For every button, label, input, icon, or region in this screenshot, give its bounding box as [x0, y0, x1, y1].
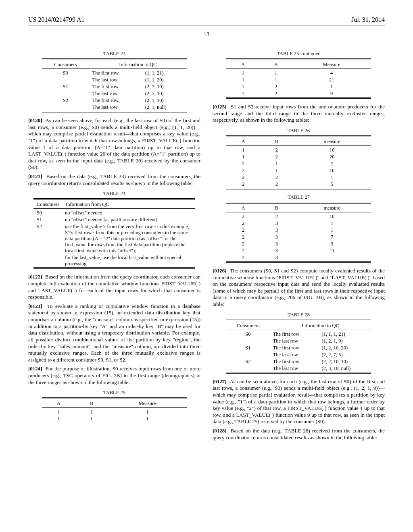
table-23-header-info: Information to QC: [89, 61, 187, 69]
table-row: S0: [226, 331, 270, 338]
table-row: S1: [42, 83, 89, 90]
table-26: A B measure 1210 1220 217 2110 221 225: [226, 135, 371, 190]
table-25a: A B Measure 111 111: [42, 397, 187, 422]
table-23-header-cons: Consumers: [42, 61, 89, 69]
table-row: [42, 90, 89, 97]
table-row: 1: [226, 77, 260, 83]
table-row: [226, 351, 270, 358]
table-row: 1: [42, 416, 75, 422]
table-row: 2: [226, 181, 260, 188]
table-25-caption: TABLE 25: [28, 390, 200, 396]
table-row: 1: [226, 154, 260, 160]
paragraph-0123: [0123] To evaluate a ranking or cumulati…: [28, 303, 200, 364]
table-25-header-b: B: [75, 400, 108, 408]
paragraph-0124: [0124] For the purpose of illustration, …: [28, 366, 200, 386]
page-header: US 2014/0214799 A1 Jul. 31, 2014: [28, 16, 385, 25]
table-25-header-m: Measure: [108, 400, 186, 408]
table-row: [42, 77, 89, 83]
publication-number: US 2014/0214799 A1: [28, 16, 85, 23]
paragraph-0127: [0127] As can be seen above, for each (e…: [213, 378, 385, 425]
table-24-header-info: Information from QC: [63, 201, 195, 209]
table-row: 2: [226, 174, 260, 181]
table-23-caption: TABLE 23: [28, 51, 200, 57]
table-row: 2: [226, 167, 260, 174]
paragraph-0125: [0125] S1 and S2 receive input rows from…: [213, 104, 385, 124]
patent-page: US 2014/0214799 A1 Jul. 31, 2014 13 TABL…: [0, 0, 413, 459]
table-row: S2: [226, 358, 270, 365]
table-27-caption: TABLE 27: [213, 194, 385, 200]
table-row: [226, 338, 270, 345]
table-row: [226, 365, 270, 372]
table-row: 1: [226, 70, 260, 77]
table-row: S1: [33, 216, 63, 223]
two-column-body: TABLE 23 Consumers Information to QC S0T…: [28, 47, 385, 443]
table-row: [33, 254, 63, 268]
publication-date: Jul. 31, 2014: [351, 16, 385, 23]
table-row: S0: [42, 70, 89, 77]
table-row: 2: [226, 234, 260, 241]
table-row: 2: [226, 254, 260, 262]
table-28: Consumers Information to QC S0The first …: [226, 320, 371, 374]
table-row: 1: [226, 90, 260, 98]
table-row: 2: [226, 213, 260, 220]
table-row: 2: [226, 247, 260, 254]
table-28-caption: TABLE 28: [213, 312, 385, 318]
table-24-header-cons: Consumers: [33, 201, 63, 209]
table-row: S2: [33, 223, 63, 254]
page-number: 13: [28, 31, 385, 38]
table-24-caption: TABLE 24: [28, 191, 200, 197]
paragraph-0120: [0120] As can be seen above, for each (e…: [28, 117, 200, 171]
table-23: Consumers Information to QC S0The first …: [42, 58, 187, 113]
table-row: 2: [226, 160, 260, 167]
paragraph-0122: [0122] Based on the information from the…: [28, 274, 200, 301]
table-27: A B measure 2210 231 231 237 239 2311 23: [226, 202, 371, 264]
left-column: TABLE 23 Consumers Information to QC S0T…: [28, 47, 200, 443]
table-row: S0: [33, 210, 63, 216]
table-row: S1: [226, 345, 270, 351]
table-row: 1: [42, 409, 75, 416]
table-24: Consumers Information from QC S0no "offs…: [33, 198, 195, 270]
table-row: [42, 104, 89, 111]
table-row: S2: [42, 97, 89, 104]
paragraph-0126: [0126] The consumers (S0, S1 and S2) com…: [213, 268, 385, 308]
table-25-header-a: A: [42, 400, 75, 408]
right-column: TABLE 25-continued A B Measure 114 1121 …: [213, 47, 385, 443]
table-25-cont-caption: TABLE 25-continued: [213, 51, 385, 57]
table-25b: A B Measure 114 1121 121 129: [226, 58, 371, 100]
paragraph-0121: [0121] Based on the data (e.g., TABLE 23…: [28, 173, 200, 187]
table-row: 2: [226, 220, 260, 227]
table-row: 2: [226, 241, 260, 247]
table-26-caption: TABLE 26: [213, 128, 385, 134]
table-row: 1: [226, 147, 260, 154]
table-row: 1: [226, 83, 260, 90]
paragraph-0128: [0128] Based on the data (e.g., TABLE 28…: [213, 428, 385, 441]
table-row: 2: [226, 227, 260, 234]
